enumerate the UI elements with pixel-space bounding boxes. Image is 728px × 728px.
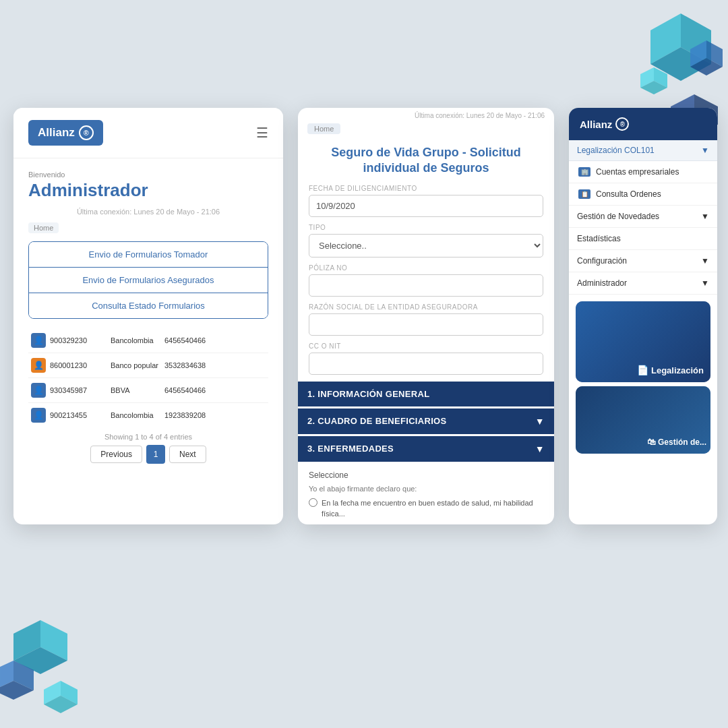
estadisticas-item[interactable]: Estadísticas	[569, 228, 717, 250]
table-bank: BBVA	[111, 386, 164, 394]
accounts-table: 👤 900329230 Bancolombia 6456540466 👤 860…	[28, 328, 268, 427]
legalizacion-label: Legalización COL101	[577, 146, 655, 155]
table-bank: Bancolombia	[111, 336, 164, 344]
table-bank: Banco popular	[111, 361, 164, 369]
table-id: 900213455	[50, 411, 111, 419]
accordion-info-general[interactable]: 1. INFORMACIÓN GENERAL	[298, 382, 554, 406]
gestion-novedades-item[interactable]: Gestión de Novedades ▼	[569, 206, 717, 228]
left-panel: Allianz ® ☰ Bienvenido Administrador Últ…	[13, 108, 283, 524]
avatar-icon: 👤	[31, 333, 46, 348]
form-title: Seguro de Vida Grupo - Solicitud individ…	[298, 140, 554, 185]
table-phone: 6456540466	[164, 386, 225, 394]
right-panel: Allianz ® Legalización COL101 ▼ 🏢 Cuenta…	[569, 108, 717, 524]
table-row: 👤 900329230 Bancolombia 6456540466	[28, 328, 268, 353]
card2-icon: 🛍	[647, 437, 656, 447]
table-row: 👤 930345987 BBVA 6456540466	[28, 378, 268, 403]
card1-icon: 📄	[637, 365, 648, 375]
administrador-arrow: ▼	[701, 278, 709, 288]
gestion-label: Gestión de Novedades	[577, 212, 659, 221]
card1-text: Legalización	[651, 365, 704, 375]
table-row: 👤 860001230 Banco popular 3532834638	[28, 353, 268, 378]
radio-input-1[interactable]	[309, 498, 317, 507]
declare-section: Seleccione Yo el abajo firmante declaro …	[298, 464, 554, 524]
accordion-beneficiarios[interactable]: 2. CUADRO DE BENEFICIARIOS ▼	[298, 408, 554, 434]
avatar-icon: 👤	[31, 408, 46, 423]
table-id: 900329230	[50, 336, 111, 344]
ordenes-icon: 📋	[578, 189, 590, 199]
current-page[interactable]: 1	[146, 445, 165, 464]
admin-title: Administrador	[28, 180, 268, 201]
fecha-input[interactable]	[309, 195, 543, 217]
table-showing-text: Showing 1 to 4 of 4 entries	[28, 433, 268, 441]
accordion-enfermedades[interactable]: 3. ENFERMEDADES ▼	[298, 436, 554, 462]
logo-text-right: Allianz	[580, 119, 612, 130]
configuracion-arrow: ▼	[701, 256, 709, 266]
legalizacion-dropdown[interactable]: Legalización COL101 ▼	[569, 140, 717, 161]
screens-container: Allianz ® ☰ Bienvenido Administrador Últ…	[13, 108, 721, 524]
cc-label: CC o NIT	[309, 342, 543, 350]
form-section: FECHA DE DILIGENCIAMIENTO Tipo Seleccion…	[298, 185, 554, 382]
allianz-logo-right: Allianz ®	[580, 117, 629, 131]
table-phone: 6456540466	[164, 336, 225, 344]
razon-label: Razón social de la entidad aseguradora	[309, 303, 543, 311]
poliza-input[interactable]	[309, 274, 543, 297]
declare-text: Yo el abajo firmante declaro que:	[309, 484, 543, 494]
last-connection-mid: Última conexión: Lunes 20 de Mayo - 21:0…	[298, 108, 554, 119]
dropdown-arrow: ▼	[701, 146, 709, 155]
cuentas-empresariales-item[interactable]: 🏢 Cuentas empresariales	[569, 161, 717, 183]
last-connection-left: Última conexión: Lunes 20 de Mayo - 21:0…	[28, 208, 268, 216]
left-panel-header: Allianz ® ☰	[13, 108, 283, 158]
radio-label-1: En la fecha me encuentro en buen estado …	[322, 498, 543, 519]
configuracion-label: Configuración	[577, 256, 627, 266]
configuracion-item[interactable]: Configuración ▼	[569, 250, 717, 272]
consulta-estado-button[interactable]: Consulta Estado Formularios	[29, 293, 268, 318]
estadisticas-label: Estadísticas	[577, 234, 621, 243]
left-panel-body: Bienvenido Administrador Última conexión…	[13, 158, 283, 480]
pagination: Previous 1 Next	[28, 445, 268, 464]
welcome-label: Bienvenido	[28, 171, 268, 179]
gestion-arrow: ▼	[701, 212, 709, 221]
radio-option-1: En la fecha me encuentro en buen estado …	[309, 498, 543, 519]
cc-input[interactable]	[309, 353, 543, 375]
consulta-ordenes-item[interactable]: 📋 Consulta Ordenes	[569, 183, 717, 206]
allianz-logo-left: Allianz ®	[28, 120, 103, 146]
table-bank: Bancolombia	[111, 411, 164, 419]
home-badge-left: Home	[28, 222, 59, 233]
gestion-card[interactable]: 🛍 Gestión de...	[576, 386, 710, 454]
razon-input[interactable]	[309, 313, 543, 336]
right-navigation: Legalización COL101 ▼ 🏢 Cuentas empresar…	[569, 140, 717, 295]
action-button-group: Envio de Formularios Tomador Envio de Fo…	[28, 241, 268, 319]
logo-circle-right: ®	[615, 117, 629, 131]
avatar-icon: 👤	[31, 383, 46, 398]
table-phone: 3532834638	[164, 361, 225, 369]
table-row: 👤 900213455 Bancolombia 1923839208	[28, 403, 268, 427]
legalizacion-card[interactable]: 📄 Legalización	[576, 301, 710, 382]
table-id: 860001230	[50, 361, 111, 369]
hamburger-menu-icon[interactable]: ☰	[256, 125, 268, 141]
previous-button[interactable]: Previous	[90, 446, 142, 463]
table-id: 930345987	[50, 386, 111, 394]
middle-panel: Última conexión: Lunes 20 de Mayo - 21:0…	[298, 108, 554, 524]
card1-label: 📄 Legalización	[637, 365, 704, 375]
tipo-select[interactable]: Seleccione..	[309, 234, 543, 257]
envio-asegurados-button[interactable]: Envio de Formularios Asegurados	[29, 268, 268, 293]
next-button[interactable]: Next	[169, 446, 206, 463]
tipo-label: Tipo	[309, 224, 543, 231]
poliza-label: Póliza No	[309, 264, 543, 272]
ordenes-label: Consulta Ordenes	[596, 189, 661, 199]
accordion-arrow-3: ▼	[535, 444, 545, 454]
fecha-label: FECHA DE DILIGENCIAMIENTO	[309, 185, 543, 192]
card2-text: Gestión de...	[658, 437, 706, 447]
accordion-arrow-2: ▼	[535, 416, 545, 427]
administrador-item[interactable]: Administrador ▼	[569, 272, 717, 295]
decoration-cubes-bottom-left	[0, 613, 94, 728]
right-panel-header: Allianz ®	[569, 108, 717, 140]
cuentas-icon: 🏢	[578, 167, 590, 177]
administrador-label: Administrador	[577, 278, 627, 288]
envio-tomador-button[interactable]: Envio de Formularios Tomador	[29, 242, 268, 268]
card2-label: 🛍 Gestión de...	[647, 437, 706, 447]
logo-text-left: Allianz	[38, 126, 75, 140]
logo-circle: ®	[79, 125, 94, 140]
cuentas-label: Cuentas empresariales	[596, 167, 679, 177]
table-phone: 1923839208	[164, 411, 225, 419]
